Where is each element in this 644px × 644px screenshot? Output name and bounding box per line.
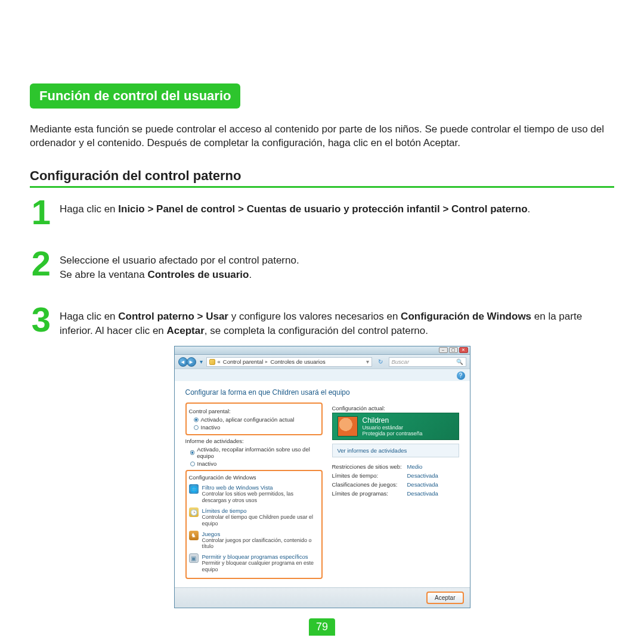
radio-label: Activado, recopilar información sobre us… [197, 446, 322, 459]
step-text: Haga clic en Control paterno > Usar y co… [60, 306, 614, 338]
link-label: Límites de tiempo [202, 507, 319, 514]
config-item-programs[interactable]: ▣ Permitir y bloquear programas específi… [189, 552, 319, 575]
text: y configure los valores necesarios en [228, 311, 401, 322]
config-item-time[interactable]: 🕒 Límites de tiempoControlar el tiempo q… [189, 506, 319, 529]
window-titlebar[interactable]: – ▢ ✕ [175, 346, 470, 355]
user-type: Usuario estándar [363, 425, 423, 431]
text: . [528, 203, 531, 215]
help-icon[interactable]: ? [457, 371, 465, 380]
page-title: Configurar la forma en que Children usar… [185, 388, 459, 397]
kv-row: Restricciones de sitios web:Medio [332, 462, 459, 471]
radio-label: Inactivo [197, 460, 217, 467]
config-item-games[interactable]: ♞ JuegosControlar juegos por clasificaci… [189, 529, 319, 552]
search-icon: 🔍 [456, 358, 463, 365]
group-label: Configuración actual: [332, 405, 459, 411]
text-bold: Control paterno > Usar [118, 311, 228, 322]
radio-act-off[interactable]: Inactivo [185, 460, 323, 467]
globe-icon: 🌐 [189, 484, 199, 494]
title-badge: Función de control del usuario [30, 83, 240, 109]
minimize-button[interactable]: – [439, 347, 448, 353]
text: . [249, 269, 252, 280]
step-3: 3 Haga clic en Control paterno > Usar y … [30, 306, 614, 338]
text: Se abre la ventana [60, 269, 147, 280]
kv-value: Desactivada [407, 481, 438, 488]
kv-key: Restricciones de sitios web: [332, 463, 404, 470]
highlight-control-parental: Control parental: Activado, aplicar conf… [185, 402, 323, 435]
link-label: Filtro web de Windows Vista [202, 484, 319, 491]
group-label: Control parental: [189, 408, 319, 414]
link-sub: Controlar los sitios web permitidos, las… [202, 491, 319, 504]
text-bold: Configuración de Windows [401, 311, 531, 322]
text-line: Seleccione el usuario afectado por el co… [60, 253, 299, 268]
kv-key: Límites de tiempo: [332, 472, 404, 479]
radio-act-on[interactable]: Activado, recopilar información sobre us… [185, 445, 323, 460]
radio-label: Inactivo [201, 424, 221, 431]
group-label: Informe de actividades: [185, 438, 323, 444]
highlight-windows-config: Configuración de Windows 🌐 Filtro web de… [185, 470, 323, 578]
left-column: Control parental: Activado, aplicar conf… [185, 402, 323, 581]
link-label: Juegos [202, 531, 319, 537]
text-line: Se abre la ventana Controles de usuario. [60, 268, 299, 282]
window-footer: Aceptar [175, 587, 470, 608]
chevron-right-icon: ▸ [265, 359, 268, 364]
dropdown-icon[interactable]: ▾ [200, 358, 203, 365]
link-sub: Controlar el tiempo que Children puede u… [202, 514, 319, 527]
step-number: 2 [30, 250, 52, 277]
kv-value: Desactivada [407, 472, 438, 479]
kv-value: Medio [407, 463, 423, 470]
shield-icon [209, 359, 215, 365]
user-name: Children [363, 416, 423, 425]
maximize-button[interactable]: ▢ [449, 347, 458, 353]
step-2: 2 Seleccione el usuario afectado por el … [30, 250, 614, 282]
radio-cp-off[interactable]: Inactivo [189, 423, 319, 431]
radio-icon [194, 417, 199, 422]
chess-icon: ♞ [189, 531, 199, 540]
link-sub: Controlar juegos por clasificación, cont… [202, 537, 319, 550]
nav-bar: ◄ ► ▾ « Control parental ▸ Controles de … [175, 355, 470, 369]
kv-row: Límites de tiempo:Desactivada [332, 471, 459, 480]
text: , se completa la configuración del contr… [205, 325, 428, 336]
step-text: Haga clic en Inicio > Panel de control >… [60, 199, 530, 216]
text: Haga clic en [60, 203, 118, 215]
radio-label: Activado, aplicar configuración actual [201, 416, 295, 423]
kv-key: Límites de programas: [332, 490, 404, 497]
breadcrumb[interactable]: « Control parental ▸ Controles de usuari… [206, 357, 372, 367]
radio-icon [190, 450, 195, 455]
group-label: Configuración de Windows [189, 474, 319, 481]
config-item-webfilter[interactable]: 🌐 Filtro web de Windows VistaControlar l… [189, 482, 319, 506]
nav-arrows: ◄ ► [178, 357, 196, 367]
link-sub: Permitir y bloquear cualquier programa e… [202, 560, 319, 573]
radio-cp-on[interactable]: Activado, aplicar configuración actual [189, 416, 319, 423]
breadcrumb-item[interactable]: Control parental [223, 358, 264, 365]
text: Haga clic en [60, 311, 118, 322]
page-number: 79 [309, 618, 335, 636]
forward-button[interactable]: ► [187, 357, 196, 367]
accept-button[interactable]: Aceptar [426, 592, 463, 604]
block-icon: ▣ [189, 553, 199, 563]
chevron-down-icon[interactable]: ▾ [366, 358, 369, 365]
breadcrumb-back: « [218, 358, 221, 365]
kv-row: Límites de programas:Desactivada [332, 489, 459, 498]
refresh-button[interactable]: ↻ [376, 357, 385, 367]
clock-icon: 🕒 [189, 507, 199, 517]
view-reports-link[interactable]: Ver informes de actividades [332, 444, 459, 457]
right-column: Configuración actual: Children Usuario e… [332, 402, 459, 581]
text-bold: Controles de usuario [147, 269, 249, 280]
text-bold: Inicio > Panel de control > Cuentas de u… [118, 203, 527, 215]
kv-value: Desactivada [407, 490, 438, 497]
search-input[interactable]: Buscar 🔍 [389, 357, 466, 367]
vista-window: – ▢ ✕ ◄ ► ▾ « Control parental ▸ Control… [174, 346, 470, 608]
user-card: Children Usuario estándar Protegida por … [332, 413, 459, 440]
close-button[interactable]: ✕ [459, 347, 468, 353]
step-text: Seleccione el usuario afectado por el co… [60, 250, 299, 282]
kv-row: Clasificaciones de juegos:Desactivada [332, 480, 459, 489]
breadcrumb-item[interactable]: Controles de usuarios [270, 358, 325, 365]
section-heading: Configuración del control paterno [30, 168, 614, 188]
search-placeholder: Buscar [392, 358, 410, 365]
link-label: Permitir y bloquear programas específico… [202, 553, 319, 560]
step-1: 1 Haga clic en Inicio > Panel de control… [30, 199, 614, 226]
radio-icon [194, 425, 199, 430]
avatar [338, 416, 358, 436]
intro-paragraph: Mediante esta función se puede controlar… [30, 123, 614, 150]
step-number: 1 [30, 199, 52, 226]
